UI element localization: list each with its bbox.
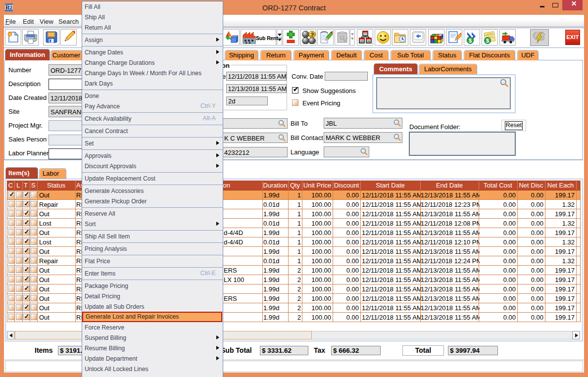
svg-text:$: $ bbox=[469, 38, 472, 44]
svg-text:$: $ bbox=[486, 38, 489, 44]
svg-text:?: ? bbox=[310, 32, 314, 38]
